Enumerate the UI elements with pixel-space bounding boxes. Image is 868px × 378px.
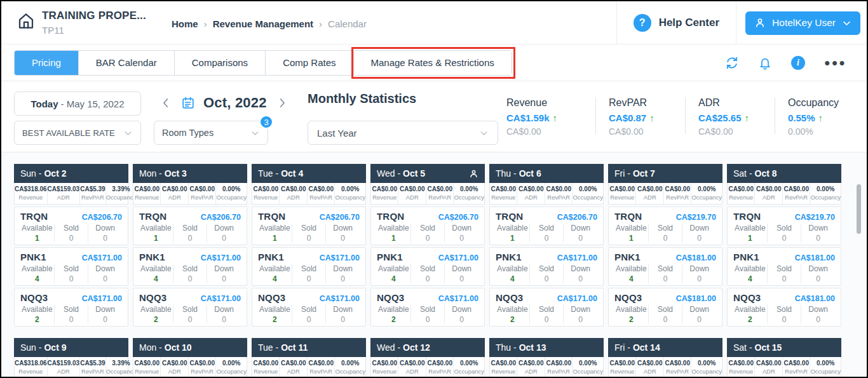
room-rate[interactable]: CA$171.00 — [320, 294, 360, 303]
day-header[interactable]: Fri -Oct 7 — [608, 164, 722, 183]
refresh-icon[interactable] — [725, 56, 739, 70]
today-date: - May 15, 2022 — [61, 98, 125, 109]
day-header[interactable]: Fri -Oct 14 — [608, 338, 722, 357]
room-rate[interactable]: CA$181.00 — [795, 294, 835, 303]
day-header[interactable]: Sat -Oct 8 — [727, 164, 841, 183]
day-stat-value: 0.00% — [573, 186, 603, 192]
room-card-trqn[interactable]: TRQNCA$206.70Available1Sold0Down0 — [133, 206, 247, 245]
room-rate[interactable]: CA$171.00 — [82, 294, 122, 303]
room-card-trqn[interactable]: TRQNCA$206.70Available1Sold0Down0 — [252, 206, 366, 245]
breadcrumb-revenue-management[interactable]: Revenue Management — [213, 18, 313, 29]
ellipsis-icon[interactable]: ●●● — [824, 57, 846, 69]
tab-comp-rates[interactable]: Comp Rates — [265, 51, 353, 75]
bell-icon[interactable] — [758, 56, 772, 70]
room-card-pnk1[interactable]: PNK1CA$171.00Available4Sold0Down0 — [489, 247, 604, 286]
day-header[interactable]: Sun -Oct 9 — [14, 338, 128, 357]
room-card-pnk1[interactable]: PNK1CA$181.00Available4Sold0Down0 — [608, 247, 722, 286]
today-button[interactable]: Today - May 15, 2022 — [14, 91, 141, 116]
room-rate[interactable]: CA$206.70 — [201, 213, 241, 222]
room-card-trqn[interactable]: TRQNCA$219.70Available1Sold0Down0 — [608, 206, 722, 245]
room-card-trqn[interactable]: TRQNCA$206.70Available1Sold0Down0 — [489, 206, 604, 245]
comparison-dropdown[interactable]: Last Year — [308, 121, 498, 145]
stat-previous-value: CA$0.00 — [506, 126, 584, 137]
room-rate[interactable]: CA$219.70 — [795, 213, 835, 222]
day-header[interactable]: Thu -Oct 13 — [489, 338, 604, 357]
room-card-pnk1[interactable]: PNK1CA$181.00Available4Sold0Down0 — [727, 247, 841, 286]
room-rate[interactable]: CA$181.00 — [676, 253, 716, 262]
day-header[interactable]: Tue -Oct 4 — [252, 164, 366, 183]
help-center-button[interactable]: ? Help Center — [617, 14, 736, 32]
room-rate[interactable]: CA$206.70 — [557, 213, 597, 222]
room-card-trqn[interactable]: TRQNCA$219.70Available1Sold0Down0 — [727, 206, 841, 245]
room-types-dropdown[interactable]: Room Types 3 — [154, 121, 268, 145]
room-rate[interactable]: CA$171.00 — [438, 294, 478, 303]
room-rate[interactable]: CA$171.00 — [557, 253, 597, 262]
tab-manage-rates-restrictions[interactable]: Manage Rates & Restrictions — [353, 51, 512, 75]
room-card-nqq3[interactable]: NQQ3CA$181.00Available2Sold0Down0 — [608, 288, 722, 327]
day-header[interactable]: Wed -Oct 5 — [370, 164, 485, 183]
room-card-nqq3[interactable]: NQQ3CA$171.00Available2Sold0Down0 — [370, 288, 485, 327]
room-rate[interactable]: CA$206.70 — [438, 213, 478, 222]
day-header[interactable]: Mon -Oct 3 — [133, 164, 247, 183]
day-header[interactable]: Mon -Oct 10 — [133, 338, 247, 357]
room-metric-label: Down — [326, 305, 360, 314]
room-card-trqn[interactable]: TRQNCA$206.70Available1Sold0Down0 — [370, 206, 485, 245]
room-rate[interactable]: CA$171.00 — [320, 253, 360, 262]
question-icon: ? — [634, 14, 651, 32]
room-rate[interactable]: CA$219.70 — [676, 213, 716, 222]
tab-pricing[interactable]: Pricing — [15, 51, 78, 75]
room-metric-value: 1 — [496, 234, 529, 243]
tab-bar-calendar[interactable]: BAR Calendar — [78, 51, 174, 75]
stat-label: RevPAR — [609, 97, 674, 109]
day-stat-revpar: CA$0.00RevPAR — [663, 183, 691, 204]
room-metric-label: Available — [20, 305, 54, 314]
room-metric-down: Down0 — [207, 264, 241, 283]
day-name: Tue — [258, 342, 273, 353]
room-card-nqq3[interactable]: NQQ3CA$171.00Available2Sold0Down0 — [133, 288, 247, 327]
day-date: Oct 5 — [403, 168, 425, 179]
room-rate[interactable]: CA$171.00 — [201, 294, 241, 303]
room-rate[interactable]: CA$181.00 — [795, 253, 835, 262]
day-stat-label: Revenue — [252, 368, 279, 375]
room-card-nqq3[interactable]: NQQ3CA$171.00Available2Sold0Down0 — [252, 288, 366, 327]
room-types-count-badge: 3 — [259, 115, 273, 129]
room-rate[interactable]: CA$181.00 — [676, 294, 716, 303]
room-metric-value: 0 — [530, 234, 564, 243]
room-card-nqq3[interactable]: NQQ3CA$171.00Available2Sold0Down0 — [14, 288, 128, 327]
day-header[interactable]: Thu -Oct 6 — [489, 164, 604, 183]
rate-plan-dropdown[interactable]: BEST AVAILABLE RATE — [14, 121, 141, 145]
room-rate[interactable]: CA$171.00 — [557, 294, 597, 303]
breadcrumb-home[interactable]: Home — [172, 18, 198, 29]
info-icon[interactable]: i — [791, 56, 805, 70]
day-stat-label: ADR — [280, 368, 306, 375]
day-stat-revenue: CA$0.00Revenue — [371, 357, 398, 377]
vertical-scrollbar[interactable] — [857, 184, 861, 234]
room-card-trqn[interactable]: TRQNCA$206.70Available1Sold0Down0 — [14, 206, 128, 245]
day-stat-occupancy: 0.00%Occupancy — [334, 357, 365, 377]
day-header[interactable]: Tue -Oct 11 — [252, 338, 366, 357]
room-metric-sold: Sold0 — [767, 224, 801, 243]
room-card-nqq3[interactable]: NQQ3CA$171.00Available2Sold0Down0 — [489, 288, 604, 327]
room-rate[interactable]: CA$206.70 — [320, 213, 360, 222]
next-month-icon[interactable] — [275, 96, 289, 110]
day-stat-value: CA$0.00 — [664, 360, 691, 367]
room-rate[interactable]: CA$171.00 — [82, 253, 122, 262]
room-metric-label: Down — [564, 264, 597, 273]
room-rate[interactable]: CA$171.00 — [438, 253, 478, 262]
month-label: Oct, 2022 — [203, 95, 267, 111]
room-rate[interactable]: CA$171.00 — [201, 253, 241, 262]
chevron-down-icon — [250, 128, 260, 138]
day-header[interactable]: Sun -Oct 2 — [14, 164, 128, 183]
day-header[interactable]: Sat -Oct 15 — [727, 338, 841, 357]
room-card-pnk1[interactable]: PNK1CA$171.00Available4Sold0Down0 — [14, 247, 128, 286]
room-card-pnk1[interactable]: PNK1CA$171.00Available4Sold0Down0 — [370, 247, 485, 286]
previous-month-icon[interactable] — [159, 96, 173, 110]
property-block[interactable]: TRAINING PROPE... TP11 — [1, 10, 160, 36]
user-menu-button[interactable]: HotelKey User — [745, 11, 860, 35]
room-card-pnk1[interactable]: PNK1CA$171.00Available4Sold0Down0 — [252, 247, 366, 286]
room-rate[interactable]: CA$206.70 — [82, 213, 122, 222]
room-card-nqq3[interactable]: NQQ3CA$181.00Available2Sold0Down0 — [727, 288, 841, 327]
day-header[interactable]: Wed -Oct 12 — [370, 338, 485, 357]
tab-comparisons[interactable]: Comparisons — [174, 51, 265, 75]
room-card-pnk1[interactable]: PNK1CA$171.00Available4Sold0Down0 — [133, 247, 247, 286]
